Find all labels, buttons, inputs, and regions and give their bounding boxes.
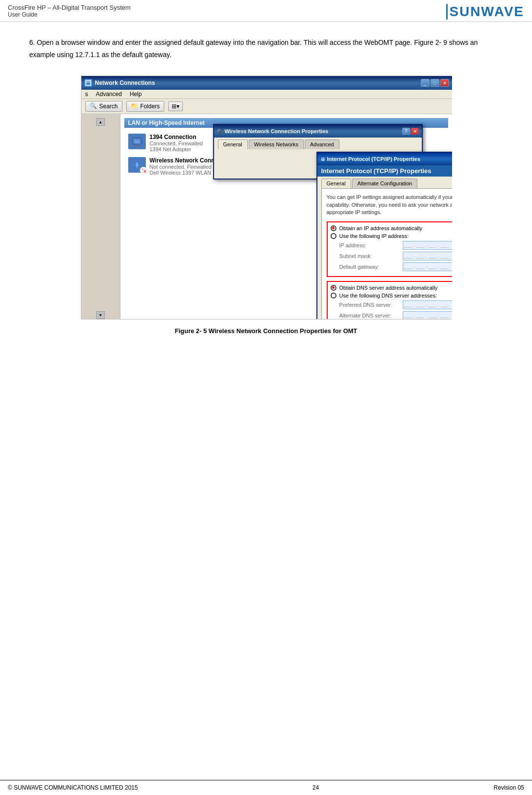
- footer-page-number: 24: [313, 784, 319, 791]
- search-label: Search: [99, 103, 118, 110]
- gateway-label: Default gateway:: [339, 264, 403, 270]
- wireless-props-title: Wireless Network Connection Properties: [225, 128, 329, 134]
- alternate-dns-row: Alternate DNS server: ___ . ___ . ___ . …: [331, 311, 452, 319]
- header-left: CrossFire HP – All-Digital Transport Sys…: [8, 4, 131, 18]
- page-content: 6. Open a browser window and enter the a…: [0, 22, 532, 354]
- ip-address-input[interactable]: ___ . ___ . ___ . ___: [403, 241, 452, 250]
- toolbar: 🔍 Search 📁 Folders ⊞▾: [81, 99, 452, 114]
- alternate-dns-input[interactable]: ___ . ___ . ___ . ___: [403, 311, 452, 319]
- menu-item-help[interactable]: Help: [130, 91, 142, 98]
- preferred-dns-input[interactable]: ___ . ___ . ___ . ___: [403, 300, 452, 309]
- tab-wireless-networks[interactable]: Wireless Networks: [249, 139, 304, 149]
- scroll-down[interactable]: ▼: [96, 311, 105, 319]
- window-body: ▲ ▼ LAN or High-Speed Internet: [81, 114, 452, 319]
- wireless-props-dialog: 🔌 Wireless Network Connection Properties…: [213, 124, 423, 179]
- ip-address-row: IP address: ___ . ___ . ___ . ___: [331, 241, 452, 250]
- screenshot-container: Network Connections _ □ ✕ s Advanced Hel…: [81, 76, 452, 319]
- svg-point-6: [136, 167, 138, 169]
- svg-rect-0: [86, 80, 91, 85]
- ip-address-label: IP address:: [339, 242, 403, 248]
- intro-text: 6. Open a browser window and enter the a…: [29, 37, 503, 61]
- network-connections-window: Network Connections _ □ ✕ s Advanced Hel…: [81, 76, 452, 319]
- menubar: s Advanced Help: [81, 90, 452, 99]
- tcpip-blue-bar: Internet Protocol (TCP/IP) Properties: [317, 165, 452, 177]
- auto-dns-label: Obtain DNS server address automatically: [339, 285, 438, 291]
- tcpip-description: You can get IP settings assigned automat…: [327, 194, 452, 216]
- radio-auto-ip-circle[interactable]: [331, 225, 336, 231]
- folders-icon: 📁: [131, 102, 138, 110]
- gateway-row: Default gateway: ___ . ___ . ___ . ___: [331, 262, 452, 271]
- folders-button[interactable]: 📁 Folders: [126, 101, 164, 112]
- titlebar-left: Network Connections: [84, 79, 155, 87]
- folders-label: Folders: [140, 103, 160, 110]
- logo-text: SUNWAVE: [450, 4, 525, 20]
- sidebar: ▲ ▼: [81, 114, 120, 319]
- tcpip-tab-general[interactable]: General: [321, 179, 351, 188]
- alternate-dns-label: Alternate DNS server:: [339, 313, 403, 318]
- window-titlebar: Network Connections _ □ ✕: [81, 76, 452, 90]
- search-button[interactable]: 🔍 Search: [85, 101, 122, 112]
- gateway-input[interactable]: ___ . ___ . ___ . ___: [403, 262, 452, 271]
- scroll-up[interactable]: ▲: [96, 118, 105, 126]
- footer-copyright: © SUNWAVE COMMUNICATIONS LIMITED 2015: [8, 784, 138, 791]
- wireless-props-controls: ? ✕: [402, 128, 419, 135]
- close-button[interactable]: ✕: [440, 79, 449, 87]
- view-icon: ⊞▾: [172, 103, 179, 110]
- radio-auto-dns-circle[interactable]: [331, 285, 336, 291]
- footer-revision: Revision 05: [493, 784, 524, 791]
- menu-item-advanced[interactable]: Advanced: [96, 91, 122, 98]
- net-icon-1394: [128, 134, 146, 149]
- wireless-props-close[interactable]: ✕: [411, 128, 419, 135]
- manual-dns-label: Use the following DNS server addresses:: [339, 293, 437, 298]
- subnet-mask-row: Subnet mask: ___ . ___ . ___ . ___: [331, 252, 452, 260]
- radio-auto-dns: Obtain DNS server address automatically: [331, 285, 452, 291]
- tcpip-dialog: 🖥 Internet Protocol (TCP/IP) Properties …: [316, 152, 452, 319]
- tcpip-ip-section: Obtain an IP address automatically Use t…: [327, 221, 452, 277]
- main-area: LAN or High-Speed Internet: [120, 114, 452, 319]
- tcpip-tab-alternate[interactable]: Alternate Configuration: [352, 179, 418, 188]
- header-subtitle: User Guide: [8, 11, 131, 18]
- window-controls: _ □ ✕: [421, 79, 449, 87]
- page-footer: © SUNWAVE COMMUNICATIONS LIMITED 2015 24…: [0, 780, 532, 795]
- preferred-dns-row: Preferred DNS server: ___ . ___ . ___ . …: [331, 300, 452, 309]
- tcpip-titlebar: 🖥 Internet Protocol (TCP/IP) Properties …: [317, 153, 452, 165]
- tab-general[interactable]: General: [218, 139, 248, 149]
- wireless-props-tabs: General Wireless Networks Advanced: [214, 138, 422, 149]
- menu-item-s[interactable]: s: [85, 91, 88, 98]
- window-title: Network Connections: [95, 80, 155, 86]
- search-icon: 🔍: [90, 102, 98, 110]
- minimize-button[interactable]: _: [421, 79, 430, 87]
- wireless-props-body: 🖥 Internet Protocol (TCP/IP) Properties …: [214, 149, 422, 179]
- figure-caption: Figure 2- 5 Wireless Network Connection …: [29, 327, 503, 335]
- svg-rect-5: [134, 145, 140, 146]
- radio-manual-dns: Use the following DNS server addresses:: [331, 293, 452, 298]
- wireless-props-help[interactable]: ?: [402, 128, 410, 135]
- manual-ip-label: Use the following IP address:: [339, 233, 409, 239]
- logo-bar: [446, 4, 448, 20]
- view-button[interactable]: ⊞▾: [168, 101, 183, 111]
- wireless-props-titlebar: 🔌 Wireless Network Connection Properties…: [214, 125, 422, 138]
- tcpip-title: Internet Protocol (TCP/IP) Properties: [327, 156, 420, 162]
- radio-manual-ip: Use the following IP address:: [331, 233, 452, 239]
- maximize-button[interactable]: □: [431, 79, 439, 87]
- subnet-mask-label: Subnet mask:: [339, 253, 403, 259]
- header-logo: SUNWAVE: [446, 4, 525, 20]
- svg-rect-4: [135, 144, 139, 145]
- tcpip-tabs: General Alternate Configuration: [317, 177, 452, 188]
- tab-advanced[interactable]: Advanced: [305, 139, 339, 149]
- window-icon: [84, 79, 92, 87]
- preferred-dns-label: Preferred DNS server:: [339, 302, 403, 308]
- subnet-mask-input[interactable]: ___ . ___ . ___ . ___: [403, 252, 452, 260]
- tcpip-dns-section: Obtain DNS server address automatically …: [327, 281, 452, 319]
- radio-manual-ip-circle[interactable]: [331, 233, 336, 239]
- radio-manual-dns-circle[interactable]: [331, 293, 336, 298]
- page-header: CrossFire HP – All-Digital Transport Sys…: [0, 0, 532, 22]
- auto-ip-label: Obtain an IP address automatically: [339, 225, 422, 231]
- tcpip-blue-title: Internet Protocol (TCP/IP) Properties: [321, 167, 432, 175]
- header-title: CrossFire HP – All-Digital Transport Sys…: [8, 4, 131, 11]
- svg-rect-3: [134, 139, 140, 143]
- radio-auto-ip: Obtain an IP address automatically: [331, 225, 452, 231]
- net-icon-wireless: ✕: [128, 157, 146, 173]
